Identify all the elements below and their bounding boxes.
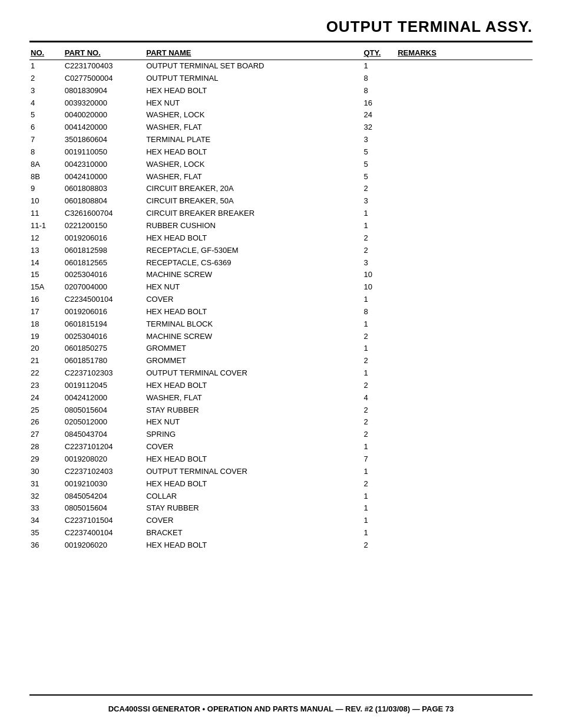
- cell-part-name: CIRCUIT BREAKER, 50A: [145, 195, 362, 207]
- cell-qty: 24: [362, 109, 396, 121]
- cell-qty: 1: [362, 60, 396, 73]
- table-row: 16C2234500104COVER1: [29, 294, 533, 306]
- col-header-part-name: PART NAME: [145, 47, 362, 60]
- cell-no: 6: [29, 121, 64, 134]
- table-row: 2C0277500004OUTPUT TERMINAL8: [29, 73, 533, 85]
- cell-remarks: [396, 392, 533, 404]
- cell-no: 11-1: [29, 220, 64, 232]
- cell-qty: 2: [362, 478, 396, 490]
- cell-remarks: [396, 318, 533, 331]
- col-header-qty: QTY.: [362, 47, 396, 60]
- cell-part-no: 0205012000: [64, 416, 145, 429]
- cell-remarks: [396, 527, 533, 539]
- cell-remarks: [396, 294, 533, 306]
- cell-qty: 8: [362, 73, 396, 85]
- cell-qty: 5: [362, 159, 396, 171]
- cell-remarks: [396, 195, 533, 207]
- footer: DCA400SSI GENERATOR • OPERATION AND PART…: [29, 704, 533, 713]
- cell-qty: 3: [362, 134, 396, 146]
- cell-part-name: HEX HEAD BOLT: [145, 453, 362, 466]
- cell-no: 36: [29, 539, 64, 552]
- cell-qty: 8: [362, 306, 396, 318]
- cell-part-name: HEX HEAD BOLT: [145, 306, 362, 318]
- cell-no: 8: [29, 146, 64, 159]
- cell-remarks: [396, 85, 533, 97]
- cell-remarks: [396, 331, 533, 343]
- table-row: 15A0207004000HEX NUT10: [29, 281, 533, 294]
- cell-remarks: [396, 97, 533, 110]
- cell-part-name: MACHINE SCREW: [145, 269, 362, 281]
- cell-qty: 1: [362, 207, 396, 220]
- table-row: 200601850275GROMMET1: [29, 342, 533, 355]
- top-rule: [29, 41, 533, 42]
- cell-qty: 7: [362, 453, 396, 466]
- parts-table: NO. PART NO. PART NAME QTY. REMARKS 1C22…: [29, 47, 533, 552]
- table-row: 90601808803CIRCUIT BREAKER, 20A2: [29, 183, 533, 195]
- cell-part-name: HEX HEAD BOLT: [145, 380, 362, 392]
- cell-part-name: WASHER, LOCK: [145, 109, 362, 121]
- table-row: 34C2237101504COVER1: [29, 515, 533, 527]
- cell-remarks: [396, 232, 533, 245]
- cell-part-no: 0207004000: [64, 281, 145, 294]
- cell-no: 9: [29, 183, 64, 195]
- cell-part-name: WASHER, FLAT: [145, 392, 362, 404]
- cell-part-name: OUTPUT TERMINAL: [145, 73, 362, 85]
- cell-part-no: 0040020000: [64, 109, 145, 121]
- cell-remarks: [396, 269, 533, 281]
- cell-remarks: [396, 441, 533, 453]
- table-row: 210601851780GROMMET2: [29, 355, 533, 367]
- cell-remarks: [396, 355, 533, 367]
- cell-part-no: 0601808803: [64, 183, 145, 195]
- cell-part-name: GROMMET: [145, 342, 362, 355]
- cell-part-name: COVER: [145, 294, 362, 306]
- col-header-part-no: PART NO.: [64, 47, 145, 60]
- cell-qty: 1: [362, 441, 396, 453]
- cell-part-no: C2237400104: [64, 527, 145, 539]
- cell-qty: 2: [362, 380, 396, 392]
- cell-remarks: [396, 367, 533, 380]
- cell-qty: 2: [362, 539, 396, 552]
- cell-qty: 2: [362, 416, 396, 429]
- cell-part-no: C2237102403: [64, 466, 145, 478]
- table-row: 250805015604STAY RUBBER2: [29, 404, 533, 417]
- cell-part-no: 0039320000: [64, 97, 145, 110]
- cell-no: 20: [29, 342, 64, 355]
- cell-no: 4: [29, 97, 64, 110]
- cell-part-name: STAY RUBBER: [145, 502, 362, 515]
- table-row: 150025304016MACHINE SCREW10: [29, 269, 533, 281]
- cell-no: 27: [29, 429, 64, 441]
- cell-remarks: [396, 146, 533, 159]
- cell-part-name: HEX HEAD BOLT: [145, 539, 362, 552]
- cell-part-name: OUTPUT TERMINAL SET BOARD: [145, 60, 362, 73]
- cell-qty: 1: [362, 466, 396, 478]
- table-row: 30C2237102403OUTPUT TERMINAL COVER1: [29, 466, 533, 478]
- table-row: 120019206016HEX HEAD BOLT2: [29, 232, 533, 245]
- cell-part-name: RECEPTACLE, CS-6369: [145, 257, 362, 269]
- table-row: 360019206020HEX HEAD BOLT2: [29, 539, 533, 552]
- cell-part-no: 0019208020: [64, 453, 145, 466]
- cell-qty: 32: [362, 121, 396, 134]
- table-row: 330805015604STAY RUBBER1: [29, 502, 533, 515]
- cell-part-no: 0601850275: [64, 342, 145, 355]
- table-row: 30801830904HEX HEAD BOLT8: [29, 85, 533, 97]
- cell-part-no: 0042310000: [64, 159, 145, 171]
- table-row: 35C2237400104BRACKET1: [29, 527, 533, 539]
- cell-qty: 2: [362, 331, 396, 343]
- cell-remarks: [396, 121, 533, 134]
- cell-part-no: 0801830904: [64, 85, 145, 97]
- cell-part-name: HEX NUT: [145, 97, 362, 110]
- cell-no: 33: [29, 502, 64, 515]
- cell-remarks: [396, 416, 533, 429]
- cell-part-name: COVER: [145, 515, 362, 527]
- table-row: 270845043704SPRING2: [29, 429, 533, 441]
- cell-no: 18: [29, 318, 64, 331]
- cell-part-name: RUBBER CUSHION: [145, 220, 362, 232]
- cell-no: 15A: [29, 281, 64, 294]
- cell-part-no: 0042410000: [64, 171, 145, 183]
- cell-remarks: [396, 306, 533, 318]
- cell-part-name: WASHER, LOCK: [145, 159, 362, 171]
- cell-no: 26: [29, 416, 64, 429]
- cell-qty: 2: [362, 245, 396, 257]
- table-row: 290019208020HEX HEAD BOLT7: [29, 453, 533, 466]
- cell-part-no: 0041420000: [64, 121, 145, 134]
